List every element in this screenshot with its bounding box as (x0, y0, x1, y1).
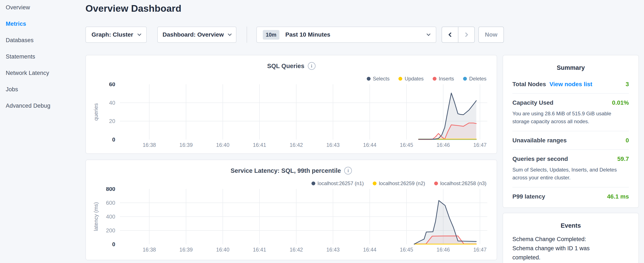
sql-queries-chart-card: SQL Queries i SelectsUpdatesInsertsDelet… (86, 55, 497, 154)
chevron-left-icon (448, 32, 453, 37)
svg-text:16:43: 16:43 (326, 142, 340, 148)
legend-dot-icon (434, 181, 438, 185)
legend-dot-icon (463, 77, 467, 81)
time-back-button[interactable] (442, 27, 458, 42)
chevron-down-icon (137, 32, 141, 36)
svg-text:16:39: 16:39 (180, 142, 193, 148)
chart-legend: localhost:26257 (n1)localhost:26259 (n2)… (312, 180, 486, 186)
svg-text:16:45: 16:45 (400, 142, 413, 148)
summary-panel: Summary Total NodesView nodes list3Capac… (502, 55, 639, 208)
info-icon[interactable]: i (344, 167, 352, 174)
event-message: Schema Change Completed: Schema change w… (512, 235, 607, 262)
svg-text:600: 600 (106, 200, 115, 206)
svg-text:16:40: 16:40 (216, 247, 230, 252)
svg-text:16:46: 16:46 (436, 142, 450, 148)
chevron-down-icon (426, 32, 430, 36)
legend-label: localhost:26258 (n3) (440, 180, 486, 186)
view-nodes-list-link[interactable]: View nodes list (550, 81, 592, 88)
svg-text:16:42: 16:42 (290, 142, 303, 148)
legend-label: Inserts (439, 76, 454, 82)
svg-text:queries: queries (93, 103, 99, 121)
time-step-group (442, 27, 475, 43)
summary-rows: Total NodesView nodes list3Capacity Used… (503, 71, 638, 205)
graph-dropdown[interactable]: Graph: Cluster (86, 27, 147, 43)
svg-text:latency (ms): latency (ms) (93, 202, 99, 231)
svg-text:16:44: 16:44 (363, 247, 376, 252)
chart-plot[interactable]: 16:3816:3916:4016:4116:4216:4316:4416:45… (86, 83, 498, 153)
svg-text:16:40: 16:40 (216, 142, 230, 148)
summary-row: P99 latency46.1 ms (512, 187, 629, 205)
svg-text:0: 0 (112, 136, 115, 143)
svg-text:0: 0 (112, 241, 115, 247)
sidebar-item-jobs[interactable]: Jobs (6, 87, 82, 92)
legend-item: Deletes (463, 76, 486, 82)
summary-row-value: 0 (626, 137, 629, 144)
legend-item: localhost:26259 (n2) (373, 180, 425, 186)
legend-item: Selects (367, 76, 390, 82)
legend-dot-icon (312, 181, 315, 185)
sidebar-item-metrics[interactable]: Metrics (6, 21, 82, 27)
summary-row-label: Capacity Used (512, 99, 554, 106)
summary-row-note: You are using 28.6 MiB of 515.9 GiB usab… (512, 110, 629, 125)
chevron-down-icon (228, 32, 232, 36)
now-button-label: Now (485, 31, 497, 38)
sidebar-nav: OverviewMetricsDatabasesStatementsNetwor… (6, 5, 82, 119)
sidebar-item-databases[interactable]: Databases (6, 38, 82, 43)
svg-text:16:47: 16:47 (473, 142, 487, 148)
legend-label: localhost:26259 (n2) (379, 180, 425, 186)
chart-title: SQL Queries (267, 63, 304, 70)
legend-label: Deletes (469, 76, 486, 82)
svg-text:16:45: 16:45 (400, 247, 413, 252)
legend-item: Inserts (433, 76, 454, 82)
legend-dot-icon (398, 77, 402, 81)
summary-row-value: 0.01% (612, 99, 629, 106)
events-panel: Events Schema Change Completed: Schema c… (502, 213, 639, 263)
svg-text:40: 40 (109, 100, 115, 106)
svg-text:16:38: 16:38 (143, 247, 156, 252)
summary-row-value: 59.7 (618, 156, 629, 162)
legend-label: Selects (373, 76, 390, 82)
events-list: Schema Change Completed: Schema change w… (503, 229, 638, 263)
summary-row-label: Total Nodes (512, 81, 546, 88)
graph-dropdown-label: Graph: Cluster (92, 31, 133, 38)
svg-text:16:41: 16:41 (253, 142, 266, 148)
svg-text:16:38: 16:38 (143, 142, 156, 148)
chart-title: Service Latency: SQL, 99th percentile (231, 167, 341, 174)
legend-item: localhost:26257 (n1) (312, 180, 364, 186)
time-forward-button[interactable] (458, 27, 474, 42)
time-range-dropdown[interactable]: 10m Past 10 Minutes (256, 27, 436, 43)
summary-row: Unavailable ranges0 (512, 131, 629, 149)
legend-label: localhost:26257 (n1) (318, 180, 364, 186)
sidebar-item-statements[interactable]: Statements (6, 54, 82, 60)
legend-dot-icon (367, 77, 370, 81)
time-range-badge: 10m (263, 30, 279, 40)
now-button[interactable]: Now (478, 27, 504, 43)
event-item[interactable]: Schema Change Completed: Schema change w… (512, 235, 629, 263)
summary-row: Capacity Used0.01%You are using 28.6 MiB… (512, 94, 629, 131)
legend-label: Updates (404, 76, 424, 82)
chart-plot[interactable]: 16:3816:3916:4016:4116:4216:4316:4416:45… (86, 187, 498, 257)
time-range-label: Past 10 Minutes (285, 31, 330, 38)
summary-row: Total NodesView nodes list3 (512, 75, 629, 93)
page-title: Overview Dashboard (86, 3, 181, 14)
sidebar-item-advanced-debug[interactable]: Advanced Debug (6, 103, 82, 109)
summary-row-label: Queries per second (512, 156, 568, 162)
summary-row: Queries per second59.7Sum of Selects, Up… (512, 150, 629, 187)
chart-legend: SelectsUpdatesInsertsDeletes (367, 76, 487, 82)
svg-text:16:39: 16:39 (180, 247, 193, 252)
summary-row-label: Unavailable ranges (512, 137, 566, 144)
svg-text:16:41: 16:41 (253, 247, 266, 252)
dashboard-dropdown[interactable]: Dashboard: Overview (157, 27, 236, 43)
svg-text:200: 200 (106, 227, 115, 234)
legend-item: localhost:26258 (n3) (434, 180, 486, 186)
chevron-right-icon (463, 32, 468, 37)
svg-text:16:42: 16:42 (290, 247, 303, 252)
info-icon[interactable]: i (308, 62, 316, 70)
legend-dot-icon (433, 77, 436, 81)
svg-text:60: 60 (109, 83, 115, 87)
summary-row-note: Sum of Selects, Updates, Inserts, and De… (512, 166, 629, 181)
sidebar-item-overview[interactable]: Overview (6, 5, 82, 11)
legend-item: Updates (398, 76, 424, 82)
sidebar-item-network-latency[interactable]: Network Latency (6, 70, 82, 76)
summary-row-value: 3 (626, 81, 629, 88)
